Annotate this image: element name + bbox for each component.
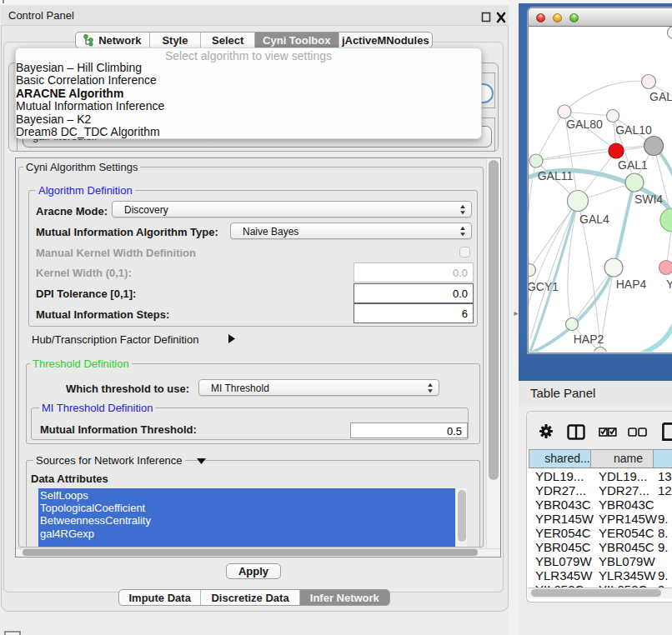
svg-text:GCY1: GCY1 (529, 280, 559, 293)
svg-text:GAL80: GAL80 (566, 118, 603, 131)
svg-text:HAP4: HAP4 (616, 278, 647, 291)
svg-text:GAL4: GAL4 (579, 212, 609, 226)
svg-text:GAL1: GAL1 (618, 158, 648, 172)
svg-text:Y: Y (666, 278, 672, 291)
svg-text:GAL10: GAL10 (615, 123, 652, 137)
svg-text:GAL3: GAL3 (649, 90, 672, 103)
svg-text:HAP2: HAP2 (574, 332, 604, 346)
svg-text:SWI4: SWI4 (634, 192, 663, 206)
svg-text:GAL11: GAL11 (538, 169, 574, 182)
